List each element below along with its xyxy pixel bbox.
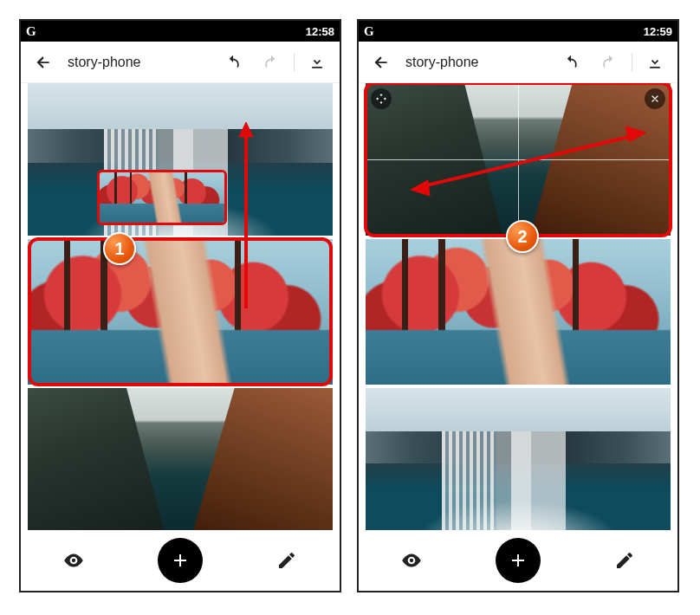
annotation-step-badge: 2 — [506, 220, 539, 253]
edit-button[interactable] — [264, 538, 309, 583]
status-time: 12:59 — [644, 25, 672, 38]
add-button[interactable] — [496, 538, 541, 583]
back-button[interactable] — [28, 47, 59, 78]
collage-slot-1[interactable] — [366, 83, 671, 236]
arrow-left-icon — [35, 54, 52, 71]
undo-button[interactable] — [217, 47, 249, 78]
image-canyon — [366, 83, 671, 236]
expand-slot-button[interactable] — [371, 88, 392, 109]
undo-button[interactable] — [555, 47, 587, 78]
preview-button[interactable] — [51, 538, 96, 583]
phone-right: G 12:59 story-phone — [357, 19, 679, 592]
redo-icon — [262, 54, 280, 71]
header-separator — [632, 53, 632, 72]
image-red-trees — [366, 239, 671, 385]
redo-button[interactable] — [256, 47, 287, 78]
header-separator — [294, 53, 295, 72]
plus-icon — [508, 550, 528, 571]
app-header: story-phone — [21, 42, 340, 83]
image-red-trees — [28, 239, 333, 385]
undo-icon — [562, 54, 580, 71]
plus-icon — [170, 550, 191, 571]
edit-button[interactable] — [602, 538, 647, 583]
annotation-step-number: 2 — [517, 227, 527, 247]
collage-slot-3[interactable] — [366, 388, 671, 530]
app-header: story-phone — [359, 42, 677, 83]
download-button[interactable] — [301, 47, 333, 78]
pencil-icon — [276, 550, 297, 571]
status-time: 12:58 — [306, 25, 334, 38]
canvas-area[interactable]: 1 — [21, 83, 340, 530]
collage-slot-2[interactable] — [366, 239, 671, 385]
expand-icon — [375, 93, 387, 105]
pencil-icon — [614, 550, 635, 571]
image-canyon — [28, 388, 333, 530]
annotation-step-badge: 1 — [103, 232, 136, 265]
close-icon — [650, 94, 660, 104]
google-logo: G — [26, 24, 36, 39]
preview-button[interactable] — [389, 538, 434, 583]
redo-button[interactable] — [593, 47, 625, 78]
eye-icon — [400, 549, 423, 572]
redo-icon — [600, 54, 618, 71]
collage-slot-1[interactable] — [28, 83, 333, 236]
annotation-step-number: 1 — [114, 239, 124, 259]
image-waterfall — [366, 388, 671, 530]
bottom-toolbar — [21, 530, 340, 591]
eye-icon — [62, 549, 85, 572]
project-title: story-phone — [404, 55, 548, 70]
download-icon — [646, 54, 664, 71]
status-bar: G 12:58 — [21, 21, 340, 42]
remove-slot-button[interactable] — [645, 88, 665, 109]
drag-preview-thumbnail — [97, 170, 227, 225]
add-button[interactable] — [158, 538, 203, 583]
collage-slot-3[interactable] — [28, 388, 333, 530]
bottom-toolbar — [359, 530, 677, 591]
google-logo: G — [364, 24, 374, 39]
arrow-left-icon — [373, 54, 390, 71]
project-title: story-phone — [66, 55, 211, 70]
status-bar: G 12:59 — [359, 21, 677, 42]
phone-left: G 12:58 story-phone — [19, 19, 341, 592]
collage-slot-2[interactable] — [28, 239, 333, 385]
download-icon — [308, 54, 326, 71]
canvas-area[interactable]: 2 — [359, 83, 677, 530]
undo-icon — [224, 54, 242, 71]
download-button[interactable] — [639, 47, 671, 78]
back-button[interactable] — [366, 47, 397, 78]
